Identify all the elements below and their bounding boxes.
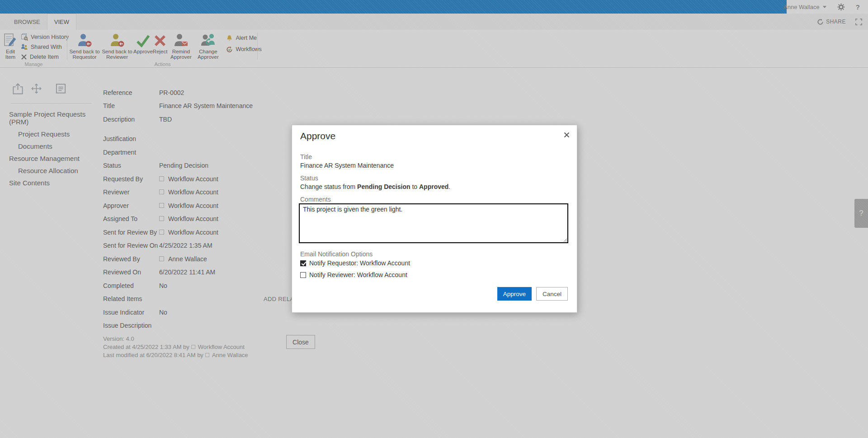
dialog-status-text: Change status from Pending Decision to A… xyxy=(300,183,450,190)
comments-textarea[interactable]: This project is given the green light. xyxy=(299,203,568,243)
status-from: Pending Decision xyxy=(357,183,410,190)
status-to: Approved xyxy=(419,183,448,190)
dialog-status-label: Status xyxy=(300,174,318,182)
dialog-approve-button[interactable]: Approve xyxy=(497,287,532,301)
dialog-title: Approve xyxy=(300,131,335,141)
email-options-label: Email Notification Options xyxy=(300,250,373,258)
comments-label: Comments xyxy=(300,196,331,203)
notify-reviewer-checkbox[interactable] xyxy=(300,272,306,278)
dialog-cancel-button[interactable]: Cancel xyxy=(536,287,568,301)
notify-requestor-option[interactable]: Notify Requestor: Workflow Account xyxy=(300,259,410,267)
status-prefix: Change status from xyxy=(300,183,357,190)
dialog-title-field-label: Title xyxy=(300,153,312,160)
dialog-title-field-value: Finance AR System Maintenance xyxy=(300,162,394,169)
notify-requestor-checkbox[interactable] xyxy=(300,260,306,266)
status-mid: to xyxy=(410,183,419,190)
close-icon xyxy=(564,132,570,138)
notify-reviewer-option[interactable]: Notify Reviewer: Workflow Account xyxy=(300,271,407,278)
approve-dialog: Approve Title Finance AR System Maintena… xyxy=(292,125,577,313)
notify-requestor-label: Notify Requestor: Workflow Account xyxy=(309,259,410,267)
notify-reviewer-label: Notify Reviewer: Workflow Account xyxy=(309,271,407,278)
dialog-close-button[interactable] xyxy=(562,131,571,139)
status-suffix: . xyxy=(448,183,450,190)
